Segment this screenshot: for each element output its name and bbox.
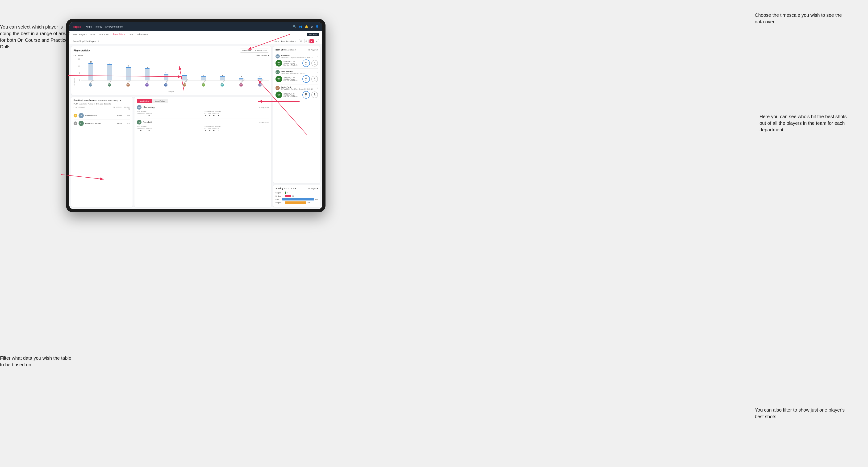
chart-area: 1312109543322 B. McHargR. BrittD. FordJ.… [81,58,269,87]
avatar-small: RB [100,83,118,87]
shot-player-info: David Ford 24 Aug 2023 · Royal North Dev… [281,86,317,90]
scoring-header: Scoring Par 3, 4 & 5s ▾ All Players ▾ [276,187,318,190]
bar-value-label: 5 [165,72,166,73]
tab-tour[interactable]: Tour [129,33,133,36]
bars-row: 1312109543322 [81,58,269,81]
heart-view-button[interactable]: ♥ [309,39,314,43]
shot-player-avatar: MM [276,54,280,59]
player-activity-card: Player Activity On Course Practice Drill… [71,46,271,95]
practice-filter-select[interactable]: PUTT Must Make Putting... ▾ [98,99,121,101]
player-avatar: RB [79,113,84,118]
add-team-button[interactable]: Add Team [307,33,319,36]
annotation-player-select: You can select which player is doing the… [0,24,75,50]
shot-info: Shot Dist: 43 ydsStart Lie: RoughEnd Lie… [283,76,301,82]
shot-badge: 200SG [276,76,282,82]
time-filter-select[interactable]: Last 3 months ▾ [281,40,296,42]
x-axis-label: Players [73,91,269,92]
scoring-row-label: Birdies [276,195,285,197]
best-shots-player-filter[interactable]: All Players ▾ [308,49,318,51]
table-header: PLAYER NAME PB SCORE PB AVG SQ [73,106,130,111]
tab-all-players[interactable]: All Players [137,33,148,36]
shot-player-row: BMBlair McHarg 23 Jul 2023 · Ashridge GC… [276,70,318,74]
chevron-down-icon: ▾ [295,187,296,190]
on-course-toggle[interactable]: On Course [240,49,253,52]
total-rounds-select[interactable]: Total Rounds ▾ [256,55,269,57]
show-text: Show: [274,40,280,42]
practice-leaderboards-card: Practice Leaderboards PUTT Must Make Put… [71,97,132,207]
active-player-header: BMBlair McHarg26 Aug 2023 [137,105,269,110]
scoring-title: Scoring [276,187,283,190]
practice-players-list: 1RBRichard Butler19/201102ECEdward Cross… [73,112,130,127]
chevron-right-icon[interactable]: › [317,87,318,89]
plus-icon[interactable]: ⊕ [311,25,313,28]
chevron-right-icon[interactable]: › [317,55,318,58]
bar[interactable] [126,67,131,81]
most-active-button[interactable]: Most Active [137,99,152,103]
best-shots-filter[interactable]: All Shots ▾ [287,49,296,51]
tablet-frame: clippd Home Teams My Performance 🔍 👥 🔔 ⊕… [66,19,326,212]
bar[interactable] [145,68,150,81]
team-header: Team Clippd | 14 Players ✎ Show: Last 3 … [69,38,322,44]
active-date: 02 Sep 2023 [259,121,269,123]
chevron-down-icon: ▾ [268,55,269,57]
shot-entry: MMMatt Miller 09 Jun 2023 · Royal North … [276,53,318,69]
y-label-0: 0 [79,79,80,81]
most-active-card: Most Active Least Active BMBlair McHarg2… [134,97,271,207]
nav-links: Home Teams My Performance [85,26,289,28]
scoring-bar [282,198,314,200]
player-row: 2ECEdward Crossman18/20107 [73,120,130,127]
tab-team-clippd[interactable]: Team Clippd [113,33,125,36]
grid-view-button[interactable]: ⊞ [299,39,303,43]
avatar-small: EE [157,83,175,87]
y-label-15: 15 [78,58,80,60]
avatar: RB [137,120,142,125]
player-name: Richard Butler [85,115,112,117]
nav-performance[interactable]: My Performance [105,26,123,28]
player-score: 18/20 [112,122,122,125]
annotation-filter: Filter what data you wish the table to b… [0,355,75,368]
nav-home[interactable]: Home [85,26,92,28]
rank-badge: 1 [73,114,78,118]
practice-drills-toggle[interactable]: Practice Drills [253,49,269,52]
bar-value-label: 4 [184,73,185,75]
tab-hcaps[interactable]: Hcaps 1-5 [99,33,109,36]
search-icon[interactable]: 🔍 [293,25,297,28]
avatar: BM [137,105,142,110]
list-view-button[interactable]: ≡ [315,39,319,43]
users-icon[interactable]: 👥 [299,25,302,28]
stats-col-rounds: Total Rounds Tournament7 Practice6 [137,111,202,117]
best-shots-card: Best Shots All Shots ▾ All Players ▾ MMM… [273,46,320,183]
edit-icon[interactable]: ✎ [98,40,99,42]
player-name: Edward Crossman [85,122,112,125]
card-view-button[interactable]: ⊟ [304,39,309,43]
activity-sub-header: On Course Total Rounds ▾ [73,55,269,57]
shot-end-badge: 0yds [311,76,318,82]
bar[interactable] [88,63,93,81]
bar-value-label: 13 [90,61,92,63]
scoring-bar-value: 96 [292,195,294,197]
scoring-player-filter[interactable]: All Players ▾ [308,187,318,190]
chevron-right-icon[interactable]: › [317,71,318,73]
nav-teams[interactable]: Teams [95,26,102,28]
scoring-filter[interactable]: Par 3, 4 & 5s ▾ [284,187,296,190]
user-icon[interactable]: 👤 [315,25,319,28]
active-player-entry: BMBlair McHarg26 Aug 2023Total Rounds To… [137,105,269,118]
scoring-bar [285,195,291,197]
scoring-bar-wrap: 499 [282,198,318,200]
bell-icon[interactable]: 🔔 [305,25,308,28]
bar-chart: Total Rounds 15 10 5 0 1312109543322 B. … [73,58,269,87]
tab-pga[interactable]: PGA [90,33,95,36]
chevron-down-icon: ▾ [294,40,296,42]
shot-entry: BMBlair McHarg 23 Jul 2023 · Ashridge GC… [276,69,318,85]
left-column: Player Activity On Course Practice Drill… [71,46,271,207]
avatar-small: DF [119,83,137,87]
activity-title: Player Activity [73,49,90,52]
shot-player-avatar: BM [276,70,280,74]
y-label-10: 10 [78,65,80,67]
shot-dist-badge: 16yds [302,91,310,99]
bar[interactable] [107,64,112,81]
least-active-button[interactable]: Least Active [152,99,168,103]
scoring-bar-row: Pars499 [276,198,318,200]
bar-value-label: 2 [241,76,242,77]
shot-player-row: DFDavid Ford 24 Aug 2023 · Royal North D… [276,86,318,90]
